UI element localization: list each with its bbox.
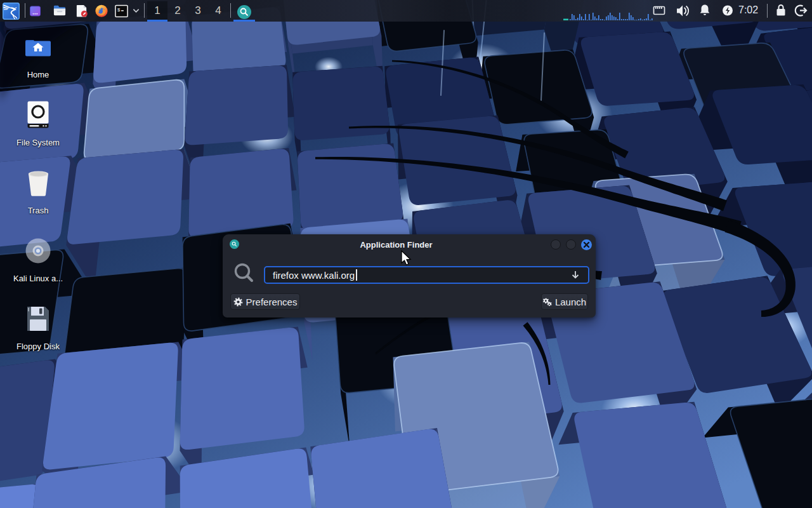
svg-text:$: $	[117, 6, 121, 12]
